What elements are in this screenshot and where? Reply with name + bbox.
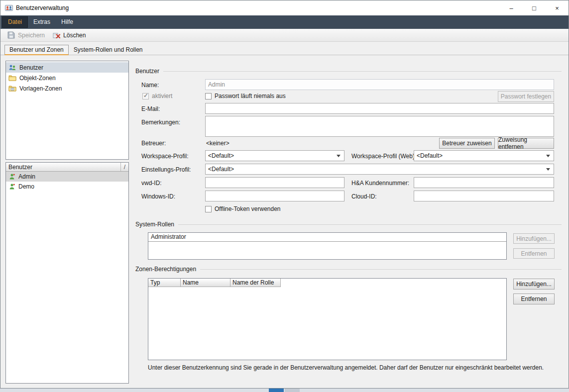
footer-note: Unter dieser Benutzerkennung sind Sie ge… — [148, 364, 544, 371]
column-header-typ[interactable]: Typ — [148, 279, 181, 287]
user-list-header-label: Benutzer — [6, 163, 120, 171]
ha-kundennummer-input[interactable] — [414, 177, 554, 188]
betreuer-label: Betreuer: — [141, 140, 166, 147]
group-system-rollen: System-Rollen — [135, 221, 562, 228]
checkbox-checked-icon — [142, 93, 149, 99]
user-icon — [8, 173, 15, 180]
save-button[interactable]: Speichern — [3, 30, 49, 41]
taskbar-sliver — [0, 389, 569, 392]
menu-hilfe[interactable]: Hilfe — [56, 16, 79, 28]
sort-indicator: / — [120, 163, 128, 171]
tabstrip: Benutzer und Zonen System-Rollen und Rol… — [0, 42, 569, 55]
menu-datei[interactable]: Datei — [2, 16, 28, 28]
bemerkungen-textarea[interactable] — [205, 116, 554, 137]
group-line — [163, 71, 562, 72]
tab-system-rollen-und-rollen[interactable]: System-Rollen und Rollen — [69, 45, 148, 55]
delete-button[interactable]: Löschen — [49, 30, 90, 41]
tab-benutzer-und-zonen[interactable]: Benutzer und Zonen — [4, 45, 69, 55]
zonen-add-button[interactable]: Hinzufügen... — [513, 279, 555, 290]
save-icon — [7, 31, 15, 39]
chevron-down-icon — [546, 155, 550, 157]
folder-template-icon — [8, 85, 16, 93]
ha-kundennummer-label: H&A Kundennummer: — [351, 180, 409, 187]
workspace-profil-value: <Default> — [208, 152, 337, 159]
list-item-label: Admin — [18, 173, 35, 180]
cloud-id-label: Cloud-ID: — [351, 193, 377, 200]
workspace-profil-web-value: <Default> — [417, 152, 546, 159]
maximize-button[interactable]: □ — [523, 0, 546, 15]
einstellungs-profil-value: <Default> — [208, 166, 546, 173]
titlebar: Benutzerverwaltung – □ × — [0, 0, 569, 15]
user-list-header[interactable]: Benutzer / — [6, 163, 128, 172]
betreuer-value: <keiner> — [206, 140, 229, 147]
chevron-down-icon — [546, 168, 550, 171]
taskbar-app-icon — [285, 389, 300, 392]
system-rollen-remove-button[interactable]: Entfernen — [513, 248, 555, 259]
close-button[interactable]: × — [546, 0, 569, 15]
user-icon — [8, 183, 15, 190]
group-zonen-berechtigungen: Zonen-Berechtigungen — [135, 266, 562, 273]
group-line — [178, 224, 562, 225]
save-label: Speichern — [18, 32, 45, 39]
group-benutzer-title: Benutzer — [135, 68, 159, 75]
menu-extras[interactable]: Extras — [28, 16, 56, 28]
offline-token-label: Offline-Token verwenden — [215, 205, 281, 212]
zonen-table[interactable]: Typ Name Name der Rolle — [148, 278, 507, 360]
group-zonen-title: Zonen-Berechtigungen — [135, 266, 196, 273]
checkbox-icon — [205, 93, 212, 99]
app-icon — [5, 4, 13, 12]
tree-item-objekt-zonen[interactable]: Objekt-Zonen — [6, 73, 128, 83]
passwort-niemals-label: Passwort läuft niemals aus — [215, 93, 286, 99]
name-input[interactable] — [205, 79, 554, 90]
system-rollen-list[interactable]: Administrator — [148, 232, 507, 260]
workspace-profil-web-label: Workspace-Profil (Web): — [351, 153, 416, 160]
betreuer-zuweisen-button[interactable]: Betreuer zuweisen — [439, 138, 495, 149]
column-header-name-der-rolle[interactable]: Name der Rolle — [230, 279, 281, 287]
column-header-name[interactable]: Name — [181, 279, 230, 287]
list-item-demo[interactable]: Demo — [6, 182, 128, 192]
passwort-niemals-checkbox[interactable]: Passwort läuft niemals aus — [205, 93, 286, 99]
offline-token-checkbox[interactable]: Offline-Token verwenden — [205, 205, 281, 212]
user-list: Benutzer / Admin — [5, 162, 129, 384]
vwd-id-label: vwd-ID: — [141, 180, 162, 187]
tree-item-benutzer[interactable]: Benutzer — [6, 62, 128, 73]
window-controls: – □ × — [500, 0, 569, 15]
workspace-profil-web-select[interactable]: <Default> — [414, 150, 554, 161]
group-benutzer: Benutzer — [135, 68, 562, 75]
minimize-button[interactable]: – — [500, 0, 523, 15]
workspace-profil-label: Workspace-Profil: — [141, 153, 188, 160]
einstellungs-profil-select[interactable]: <Default> — [205, 164, 554, 175]
zonen-remove-button[interactable]: Entfernen — [513, 294, 555, 304]
list-item-label: Demo — [18, 183, 34, 190]
vwd-id-input[interactable] — [205, 177, 344, 188]
folder-icon — [8, 74, 16, 82]
system-rollen-item[interactable]: Administrator — [148, 233, 506, 242]
passwort-festlegen-button[interactable]: Passwort festlegen — [498, 91, 554, 102]
tree-item-label: Benutzer — [19, 64, 43, 71]
tree-item-vorlagen-zonen[interactable]: Vorlagen-Zonen — [6, 83, 128, 94]
email-label: E-Mail: — [141, 105, 160, 112]
aktiviert-label: aktiviert — [152, 93, 172, 99]
group-system-rollen-title: System-Rollen — [135, 221, 174, 228]
delete-label: Löschen — [63, 32, 86, 39]
toolbar: Speichern Löschen — [0, 29, 569, 42]
email-input[interactable] — [205, 103, 554, 114]
windows-id-input[interactable] — [205, 191, 344, 201]
windows-id-label: Windows-ID: — [141, 193, 175, 200]
users-icon — [8, 64, 16, 72]
tree-item-label: Vorlagen-Zonen — [19, 85, 62, 92]
zuweisung-entfernen-button[interactable]: Zuweisung entfernen — [498, 138, 554, 149]
aktiviert-checkbox[interactable]: aktiviert — [142, 93, 172, 99]
system-rollen-add-button[interactable]: Hinzufügen... — [513, 233, 555, 244]
content: Benutzer Objekt-Zonen — [0, 55, 569, 388]
zonen-table-header: Typ Name Name der Rolle — [148, 279, 506, 287]
window-title: Benutzerverwaltung — [16, 4, 69, 11]
taskbar-app-icon — [269, 389, 284, 392]
list-item-admin[interactable]: Admin — [6, 172, 128, 182]
screen: Benutzerverwaltung – □ × Datei Extras Hi… — [0, 0, 569, 392]
cloud-id-input[interactable] — [414, 191, 554, 201]
checkbox-icon — [205, 206, 212, 212]
bemerkungen-label: Bemerkungen: — [141, 119, 180, 126]
workspace-profil-select[interactable]: <Default> — [205, 150, 344, 161]
tree-item-label: Objekt-Zonen — [19, 75, 56, 82]
